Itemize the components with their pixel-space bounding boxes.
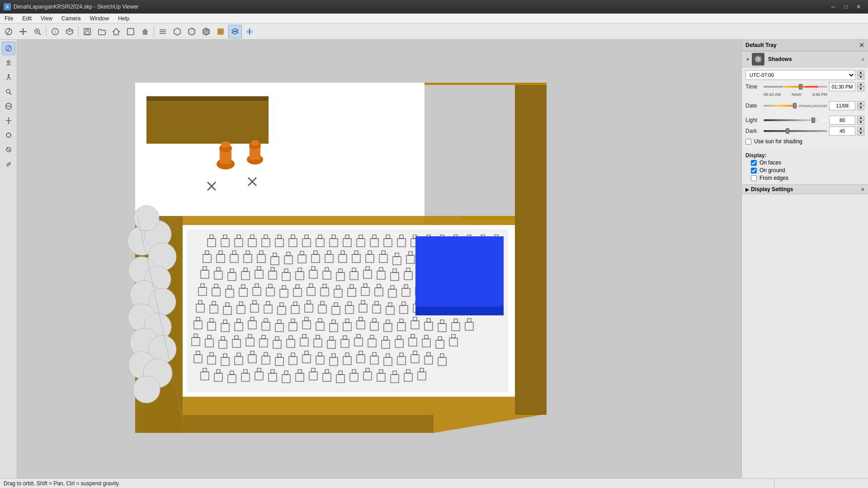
pan-toolbar-btn[interactable] bbox=[16, 25, 30, 38]
app-icon: S bbox=[4, 3, 11, 10]
dark-up-btn[interactable]: ▲ bbox=[857, 127, 864, 131]
svg-rect-28 bbox=[217, 28, 224, 35]
save-btn[interactable] bbox=[80, 25, 94, 38]
walk-side-btn[interactable] bbox=[2, 70, 15, 84]
date-up-btn[interactable]: ▲ bbox=[857, 101, 864, 106]
dark-slider-track[interactable] bbox=[764, 130, 827, 132]
svg-marker-33 bbox=[232, 28, 238, 32]
light-slider-thumb[interactable] bbox=[811, 117, 815, 123]
date-slider-track[interactable] bbox=[764, 105, 798, 107]
utc-select[interactable]: UTC-07:00 bbox=[745, 70, 855, 80]
date-value-box[interactable]: 11/08 bbox=[829, 101, 855, 110]
time-slider-thumb[interactable] bbox=[799, 84, 802, 89]
date-slider-thumb[interactable] bbox=[793, 103, 797, 108]
hidden-btn[interactable] bbox=[185, 25, 198, 38]
from-edges-label: From edges bbox=[760, 175, 788, 181]
footprint-side-btn[interactable] bbox=[2, 157, 15, 171]
time-am-label: 06:42 AM bbox=[764, 92, 781, 97]
section-plane-btn[interactable] bbox=[243, 25, 256, 38]
wire-btn[interactable] bbox=[170, 25, 184, 38]
info-btn[interactable]: i bbox=[48, 25, 62, 38]
texture-btn[interactable] bbox=[214, 25, 227, 38]
zoom-toolbar-btn[interactable] bbox=[31, 25, 44, 38]
light-down-btn[interactable]: ▼ bbox=[857, 120, 864, 125]
on-faces-checkbox[interactable] bbox=[751, 160, 757, 166]
pan-side-btn[interactable] bbox=[2, 114, 15, 127]
shadows-label: Shadows bbox=[768, 56, 792, 62]
status-right-area bbox=[774, 479, 864, 488]
section-side-btn[interactable] bbox=[2, 99, 15, 113]
from-edges-checkbox[interactable] bbox=[751, 175, 757, 181]
stack-btn[interactable] bbox=[156, 25, 170, 38]
open-btn[interactable] bbox=[95, 25, 108, 38]
time-value-box[interactable]: 01:30 PM bbox=[829, 82, 855, 91]
maximize-button[interactable]: □ bbox=[840, 2, 852, 11]
svg-rect-66 bbox=[135, 83, 415, 96]
status-text: Drag to orbit. Shift = Pan, Ctrl = suspe… bbox=[4, 480, 120, 487]
menu-view[interactable]: View bbox=[36, 14, 57, 23]
display-settings-options-icon[interactable]: ✕ bbox=[861, 187, 864, 192]
time-down-btn[interactable]: ▼ bbox=[857, 87, 864, 91]
dark-label: Dark bbox=[745, 128, 762, 134]
use-sun-checkbox[interactable] bbox=[745, 139, 751, 145]
svg-marker-34 bbox=[232, 31, 238, 34]
time-up-btn[interactable]: ▲ bbox=[857, 82, 864, 87]
viewport[interactable] bbox=[17, 40, 741, 478]
svg-point-469 bbox=[133, 376, 160, 403]
rect-btn[interactable] bbox=[124, 25, 137, 38]
shaded-btn[interactable] bbox=[199, 25, 213, 38]
display-section: Display: On faces On ground From edges bbox=[742, 149, 868, 184]
hide-side-btn[interactable] bbox=[2, 143, 15, 156]
dark-down-btn[interactable]: ▼ bbox=[857, 131, 864, 136]
time-slider-track[interactable] bbox=[764, 86, 827, 88]
svg-line-6 bbox=[39, 33, 41, 35]
look-side-btn[interactable] bbox=[2, 56, 15, 70]
zoom-ext-side-btn[interactable] bbox=[2, 128, 15, 142]
light-label: Light bbox=[745, 117, 762, 123]
date-arrows: ▲ ▼ bbox=[857, 101, 864, 110]
iso-btn[interactable] bbox=[63, 25, 76, 38]
svg-marker-20 bbox=[142, 28, 148, 35]
light-slider-track[interactable] bbox=[764, 119, 827, 121]
menu-camera[interactable]: Camera bbox=[57, 14, 85, 23]
orbit-toolbar-btn[interactable] bbox=[2, 25, 15, 38]
tray-close-btn[interactable]: ✕ bbox=[859, 42, 864, 49]
from-edges-row: From edges bbox=[751, 175, 864, 181]
utc-up-btn[interactable]: ▲ bbox=[857, 70, 864, 75]
svg-marker-62 bbox=[515, 85, 547, 415]
layer-btn[interactable] bbox=[228, 25, 242, 38]
date-spacer bbox=[745, 112, 864, 116]
on-ground-row: On ground bbox=[751, 167, 864, 174]
menu-window[interactable]: Window bbox=[85, 14, 114, 23]
svg-marker-2 bbox=[22, 34, 24, 35]
toolbar: i bbox=[0, 23, 868, 40]
shadows-options-icon[interactable]: ≡ bbox=[862, 57, 864, 62]
display-settings-header[interactable]: ▶ Display Settings ✕ bbox=[742, 184, 868, 194]
on-ground-checkbox[interactable] bbox=[751, 168, 757, 174]
menu-edit[interactable]: Edit bbox=[18, 14, 36, 23]
svg-marker-68 bbox=[146, 96, 269, 101]
light-value-box[interactable]: 80 bbox=[829, 116, 855, 125]
toolbar-sep-2 bbox=[78, 26, 79, 37]
house-solid-btn[interactable] bbox=[138, 25, 152, 38]
menu-help[interactable]: Help bbox=[113, 14, 134, 23]
zoom-side-btn[interactable] bbox=[2, 85, 15, 99]
orbit-side-btn[interactable] bbox=[2, 42, 15, 55]
svg-point-39 bbox=[8, 61, 9, 62]
light-slider-container bbox=[764, 117, 827, 124]
dark-value-box[interactable]: 45 bbox=[829, 127, 855, 136]
utc-down-btn[interactable]: ▼ bbox=[857, 75, 864, 80]
light-up-btn[interactable]: ▲ bbox=[857, 116, 864, 120]
date-down-btn[interactable]: ▼ bbox=[857, 106, 864, 110]
minimize-button[interactable]: ─ bbox=[827, 2, 839, 11]
shadows-section-header[interactable]: ▼ Shadows ≡ bbox=[742, 51, 868, 67]
dark-slider-thumb[interactable] bbox=[786, 128, 789, 134]
window-title: DenahLapanganKRSRI2024.skp - SketchUp Vi… bbox=[14, 4, 827, 10]
close-button[interactable]: ✕ bbox=[853, 2, 864, 11]
home-btn[interactable] bbox=[109, 25, 123, 38]
tray-header: Default Tray ✕ bbox=[742, 40, 868, 51]
display-checks: On faces On ground From edges bbox=[742, 160, 868, 184]
menu-file[interactable]: File bbox=[0, 14, 18, 23]
time-fill-am bbox=[764, 86, 783, 88]
month-d: D bbox=[825, 104, 827, 108]
